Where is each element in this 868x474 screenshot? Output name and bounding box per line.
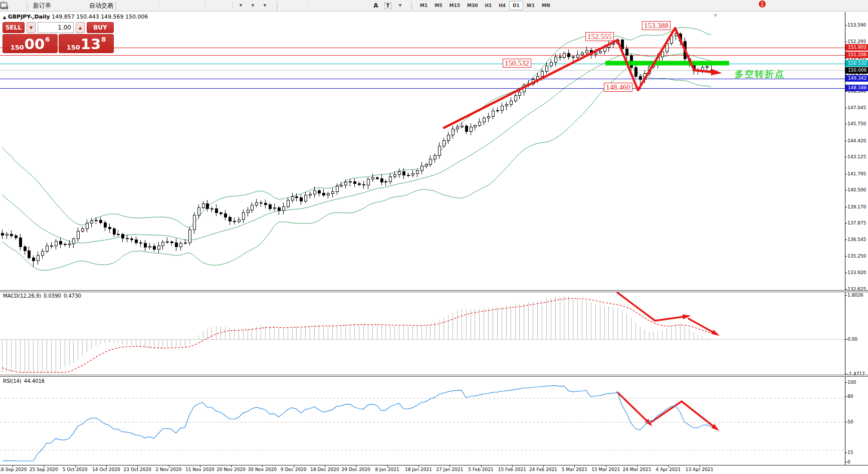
trend-arrow[interactable] [682,401,717,429]
toolbar-separator [158,2,159,10]
label-tool[interactable]: T [382,1,394,11]
arrow-head [711,330,720,336]
candle-body [153,247,155,249]
timeframe-M5[interactable]: M5 [431,1,446,10]
dropdown-caret: ▼ [399,4,401,8]
chart-shift-marker-icon[interactable]: ▼ [714,13,717,18]
rsi-tick: 15 [847,450,853,455]
signals-icon[interactable] [76,1,88,11]
price-tick: 133.920 [847,270,866,276]
trendline-tool[interactable] [334,1,346,11]
candle-body [384,181,387,182]
vertical-line-tool[interactable] [310,1,322,11]
price-tag-label[interactable]: 148.460 [604,83,632,92]
price-tag-label[interactable]: 150.532 [503,59,531,68]
panel-splitter[interactable] [0,375,868,377]
price-tag-label[interactable]: 153.388 [642,21,671,30]
candle-body [193,215,195,230]
candle-body [340,185,342,186]
search-icon[interactable] [746,1,758,11]
price-tick: 153.590 [847,23,866,28]
trend-arrow[interactable] [617,293,688,321]
timeframe-W1[interactable]: W1 [523,1,538,10]
horizontal-line-tool[interactable] [322,1,334,11]
toolbar-separator [233,2,233,10]
periods-button[interactable]: ▼ [247,1,259,11]
candle-body [362,185,365,185]
community-icon[interactable] [64,1,76,11]
market-watch-button[interactable] [14,1,26,11]
candle-body [50,246,53,246]
candle-body [229,217,231,221]
candle-body [585,51,588,53]
rsi-panel[interactable] [0,377,868,465]
trend-arrow[interactable] [650,401,682,423]
collapse-marker-icon[interactable]: ▲ [3,15,6,20]
crosshair-tool-button[interactable] [294,1,306,11]
volume-down-button[interactable]: ▼ [27,22,36,33]
timeframe-H1[interactable]: H1 [481,1,495,10]
timeframe-D1[interactable]: D1 [509,1,523,10]
timeframe-H4[interactable]: H4 [495,1,509,10]
candle-body [518,92,521,96]
indicators-button[interactable]: ▼ [235,1,247,11]
buy-price-button[interactable]: 150 13 8 [59,34,114,53]
notifications-button[interactable]: 1 [758,1,770,11]
price-line-badge: 149.342 [845,75,868,82]
timeframe-M1[interactable]: M1 [416,1,431,10]
panel-splitter[interactable] [0,290,868,292]
line-chart-button[interactable] [145,1,157,11]
candle-body [269,204,271,208]
volume-up-button[interactable]: ▲ [76,22,85,33]
trend-arrow[interactable] [617,392,650,424]
templates-button[interactable]: ▼ [259,1,271,11]
candle-body [487,116,490,118]
candle-body [99,220,102,223]
new-order-button[interactable]: 新订单 [32,1,52,11]
cursor-tool-button[interactable] [282,1,294,11]
date-tick [356,465,356,467]
price-tick: 143.125 [847,154,866,160]
arrows-tool[interactable]: ▼ [394,1,406,11]
channel-tool[interactable]: E [346,1,358,11]
macd-panel[interactable] [0,292,868,375]
candle-body [144,244,146,248]
candle-body [376,178,378,178]
candle-body [380,178,383,182]
gold-icon[interactable] [52,1,64,11]
chart-shift-button[interactable] [207,1,219,11]
chat-bubble-icon [0,2,8,10]
bar-chart-button[interactable] [121,1,133,11]
auto-scroll-button[interactable] [219,1,231,11]
candle-body [420,166,423,170]
text-tool[interactable]: A [370,1,382,11]
candle-body [304,195,307,201]
dropdown-caret: ▼ [252,4,254,8]
price-tag-label[interactable]: 152.555 [585,32,614,41]
sell-price-button[interactable]: 150 00 6 [3,34,58,53]
timeframe-MN[interactable]: MN [538,1,554,10]
candle-body [492,111,494,117]
fibonacci-tool[interactable]: F [358,1,370,11]
autotrading-button[interactable]: 自动交易 [88,1,114,11]
volume-input[interactable]: 1.00 [38,22,74,33]
candle-body [433,155,436,159]
trend-arrow[interactable] [444,28,718,128]
tile-windows-button[interactable] [191,1,203,11]
price-tick: 141.795 [847,171,866,177]
candlestick-chart-button[interactable] [133,1,145,11]
timeframe-M15[interactable]: M15 [446,1,463,10]
candle-body [456,127,459,129]
green-zone-bar[interactable] [605,61,729,66]
trend-note-text[interactable]: 多空转折点 [735,68,785,80]
zoom-out-button[interactable] [172,1,184,11]
timeframe-M30[interactable]: M30 [464,1,481,10]
date-tick [106,465,107,467]
sell-button[interactable]: SELL [3,22,25,33]
main-chart-panel[interactable] [0,12,868,290]
rsi-tick: 80 [847,394,853,399]
buy-button[interactable]: BUY [87,22,114,33]
date-axis-line [0,465,868,465]
candle-body [64,245,66,245]
zoom-in-button[interactable] [160,1,172,11]
